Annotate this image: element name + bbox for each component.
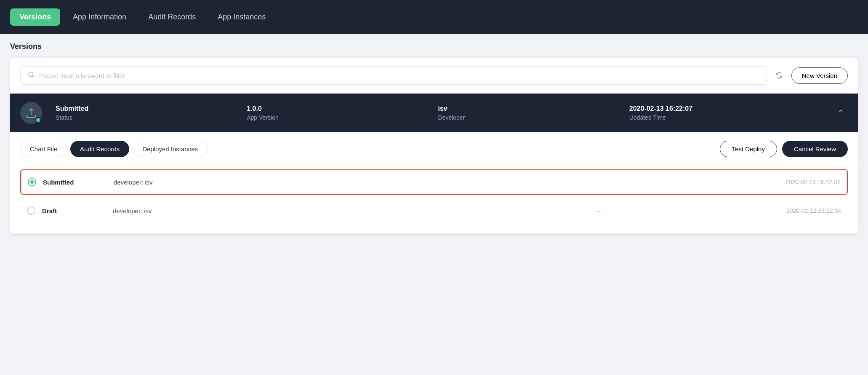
sub-tab-audit-records[interactable]: Audit Records bbox=[70, 141, 129, 157]
version-icon-badge bbox=[35, 117, 41, 123]
sub-tabs-area: Chart File Audit Records Deployed Instan… bbox=[10, 132, 858, 166]
test-deploy-button[interactable]: Test Deploy bbox=[720, 141, 777, 157]
version-developer-value: isv bbox=[438, 105, 629, 112]
cancel-review-button[interactable]: Cancel Review bbox=[782, 141, 848, 157]
nav-tab-app-information[interactable]: App Information bbox=[64, 8, 136, 26]
version-meta: Submitted Status 1.0.0 App Version isv D… bbox=[56, 105, 820, 121]
audit-time-1: 2020-02-12 23:22:34 bbox=[765, 207, 841, 214]
search-icon bbox=[27, 71, 35, 80]
version-updated-time-group: 2020-02-13 16:22:07 Updated Time bbox=[629, 105, 820, 121]
version-app-version-value: 1.0.0 bbox=[247, 105, 438, 112]
main-card: New Version Submitted Status 1.0.0 App V… bbox=[10, 58, 858, 233]
audit-detail-0: – bbox=[439, 179, 758, 186]
version-updated-time-value: 2020-02-13 16:22:07 bbox=[629, 105, 820, 112]
page-title: Versions bbox=[10, 42, 858, 51]
version-app-version-label: App Version bbox=[247, 114, 438, 121]
version-collapse-button[interactable]: ⌃ bbox=[834, 106, 848, 120]
audit-developer-0: developer: isv bbox=[114, 179, 432, 186]
nav-tab-app-instances[interactable]: App Instances bbox=[208, 8, 275, 26]
status-icon-active bbox=[28, 178, 36, 186]
audit-status-draft: Draft bbox=[42, 207, 93, 214]
status-icon-inactive bbox=[27, 206, 35, 215]
sub-tabs-actions: Test Deploy Cancel Review bbox=[720, 141, 848, 157]
search-input-wrapper bbox=[20, 66, 767, 85]
audit-table: Submitted developer: isv – 2020-02-13 16… bbox=[10, 169, 858, 233]
svg-point-0 bbox=[29, 72, 33, 77]
version-status-group: Submitted Status bbox=[56, 105, 247, 121]
audit-status-submitted: Submitted bbox=[43, 179, 93, 186]
refresh-button[interactable] bbox=[772, 68, 786, 83]
nav-tab-versions[interactable]: Versions bbox=[10, 8, 60, 26]
audit-developer-1: developer: isv bbox=[113, 207, 432, 214]
audit-detail-1: – bbox=[439, 207, 759, 214]
version-developer-group: isv Developer bbox=[438, 105, 629, 121]
audit-time-0: 2020-02-13 16:22:07 bbox=[764, 179, 840, 185]
version-icon bbox=[20, 102, 42, 124]
new-version-button[interactable]: New Version bbox=[791, 67, 848, 84]
version-status-value: Submitted bbox=[56, 105, 247, 112]
page-content: Versions Ne bbox=[0, 34, 868, 242]
sub-tab-chart-file[interactable]: Chart File bbox=[20, 141, 67, 157]
version-row: Submitted Status 1.0.0 App Version isv D… bbox=[10, 94, 858, 132]
search-bar: New Version bbox=[10, 58, 858, 94]
table-row: Draft developer: isv – 2020-02-12 23:22:… bbox=[20, 198, 848, 223]
table-row: Submitted developer: isv – 2020-02-13 16… bbox=[20, 169, 848, 195]
sub-tab-deployed-instances[interactable]: Deployed Instances bbox=[133, 141, 208, 157]
top-nav: Versions App Information Audit Records A… bbox=[0, 0, 868, 34]
version-developer-label: Developer bbox=[438, 114, 629, 121]
version-app-version-group: 1.0.0 App Version bbox=[247, 105, 438, 121]
search-input[interactable] bbox=[39, 72, 760, 79]
version-updated-time-label: Updated Time bbox=[629, 114, 820, 121]
svg-line-1 bbox=[32, 76, 34, 78]
nav-tab-audit-records[interactable]: Audit Records bbox=[139, 8, 205, 26]
version-status-label: Status bbox=[56, 114, 247, 121]
